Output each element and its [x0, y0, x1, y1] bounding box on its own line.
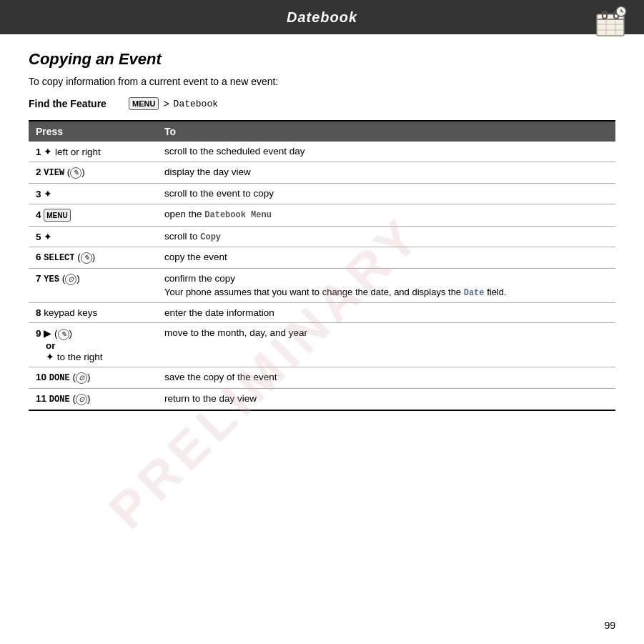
menu-key-4: MENU: [44, 209, 70, 220]
press-cell-11: 11 DONE (⊙): [29, 389, 157, 411]
press-cell-6: 6 SELECT (✎): [29, 247, 157, 269]
nav-icon-3: ✦: [44, 189, 52, 199]
view-key: VIEW: [44, 168, 64, 178]
step-num-3: 3: [36, 189, 41, 199]
select-key: SELECT: [44, 253, 74, 263]
keypad-label: keypad keys: [44, 307, 97, 318]
table-row: 2 VIEW (✎) display the day view: [29, 162, 615, 184]
to-cell-7: confirm the copy Your phone assumes that…: [157, 269, 615, 303]
step-num-2: 2: [36, 167, 41, 177]
paren-icon-10: (⊙): [72, 372, 90, 382]
table-row: 6 SELECT (✎) copy the event: [29, 247, 615, 269]
paren-icon-2: (✎): [67, 167, 85, 177]
step-num-10: 10: [36, 372, 46, 382]
press-cell-3: 3 ✦: [29, 184, 157, 204]
to-cell-11: return to the day view: [157, 389, 615, 411]
table-row: 5 ✦ scroll to Copy: [29, 227, 615, 247]
to-cell-3: scroll to the event to copy: [157, 184, 615, 204]
table-body: 1 ✦ left or right scroll to the schedule…: [29, 142, 615, 410]
page-number: 99: [604, 620, 615, 631]
to-cell-7-sub: Your phone assumes that you want to chan…: [164, 287, 608, 298]
step-num-1: 1: [36, 147, 41, 157]
datebook-icon: [593, 3, 630, 42]
table-row: 4 MENU open the Datebook Menu: [29, 204, 615, 227]
press-cell-8: 8 keypad keys: [29, 303, 157, 323]
press-cell-5: 5 ✦: [29, 227, 157, 247]
table-row: 11 DONE (⊙) return to the day view: [29, 389, 615, 411]
press-cell-7: 7 YES (⊙): [29, 269, 157, 303]
to-cell-2: display the day view: [157, 162, 615, 184]
table-header: Press To: [29, 121, 615, 142]
step-num-4: 4: [36, 209, 41, 220]
press-cell-9: 9 ▶ (✎) or ✦ to the right: [29, 323, 157, 367]
arrow-right-9: ▶ (✎): [44, 328, 72, 339]
step-num-9: 9: [36, 328, 41, 339]
step-num-11: 11: [36, 393, 46, 404]
press-cell-1: 1 ✦ left or right: [29, 142, 157, 162]
instruction-table: Press To 1 ✦ left or right scroll to the…: [29, 120, 615, 411]
to-cell-7-main: confirm the copy: [164, 273, 608, 284]
menu-key-icon: MENU: [129, 97, 159, 110]
done-key-11: DONE: [49, 395, 70, 405]
press-cell-4: 4 MENU: [29, 204, 157, 227]
table-row: 1 ✦ left or right scroll to the schedule…: [29, 142, 615, 162]
to-cell-5: scroll to Copy: [157, 227, 615, 247]
destination-label: Datebook: [174, 99, 218, 109]
to-cell-1: scroll to the scheduled event day: [157, 142, 615, 162]
paren-icon-7: (⊙): [62, 273, 80, 284]
nav-icon-5: ✦: [44, 232, 52, 242]
to-cell-10: save the copy of the event: [157, 367, 615, 389]
paren-icon-6: (✎): [77, 252, 95, 262]
arrow-symbol: >: [163, 98, 169, 109]
table-row: 9 ▶ (✎) or ✦ to the right move to the mo…: [29, 323, 615, 367]
table-row: 10 DONE (⊙) save the copy of the event: [29, 367, 615, 389]
main-content: Copying an Event To copy information fro…: [0, 34, 644, 425]
table-row: 3 ✦ scroll to the event to copy: [29, 184, 615, 204]
press-cell-2: 2 VIEW (✎): [29, 162, 157, 184]
table-row: 7 YES (⊙) confirm the copy Your phone as…: [29, 269, 615, 303]
nav-right-9: ✦ to the right: [46, 352, 103, 362]
paren-icon-11: (⊙): [72, 393, 90, 404]
svg-rect-0: [597, 14, 624, 36]
table-row: 8 keypad keys enter the date information: [29, 303, 615, 323]
intro-text: To copy information from a current event…: [29, 76, 615, 87]
page-header: Datebook: [0, 0, 644, 34]
to-cell-8: enter the date information: [157, 303, 615, 323]
to-cell-9: move to the month, day, and year: [157, 323, 615, 367]
step-num-6: 6: [36, 252, 41, 262]
nav-icon-1: ✦ left or right: [44, 147, 101, 157]
press-cell-10: 10 DONE (⊙): [29, 367, 157, 389]
done-key-10: DONE: [49, 373, 70, 383]
press-column-header: Press: [29, 121, 157, 142]
to-cell-6: copy the event: [157, 247, 615, 269]
find-feature-row: Find the Feature MENU > Datebook: [29, 97, 615, 110]
step-num-5: 5: [36, 232, 41, 242]
step-num-7: 7: [36, 273, 41, 284]
step-num-8: 8: [36, 307, 41, 318]
find-feature-value: MENU > Datebook: [129, 97, 218, 110]
svg-rect-1: [597, 19, 624, 20]
svg-line-10: [621, 11, 623, 12]
to-cell-4: open the Datebook Menu: [157, 204, 615, 227]
or-label: or: [46, 340, 56, 351]
to-column-header: To: [157, 121, 615, 142]
page-title: Copying an Event: [29, 50, 615, 69]
yes-key: YES: [44, 274, 59, 284]
header-title: Datebook: [287, 9, 357, 26]
find-feature-label: Find the Feature: [29, 98, 114, 109]
